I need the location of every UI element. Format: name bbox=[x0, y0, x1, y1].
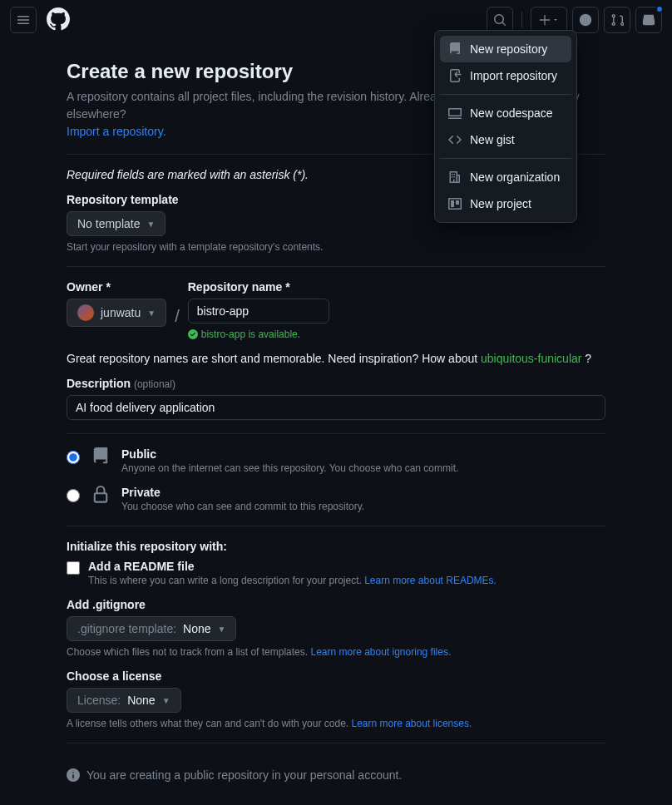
pull-requests-button[interactable] bbox=[604, 7, 630, 33]
info-icon bbox=[67, 768, 80, 782]
caret-down-icon: ▼ bbox=[146, 220, 155, 229]
description-label: Description (optional) bbox=[67, 377, 605, 390]
owner-select[interactable]: junwatu ▼ bbox=[67, 299, 166, 327]
visibility-private-row[interactable]: Private You choose who can see and commi… bbox=[67, 486, 605, 512]
hamburger-icon bbox=[17, 13, 30, 27]
inbox-icon bbox=[642, 13, 655, 27]
repo-icon bbox=[91, 447, 110, 468]
inspiration-text: Great repository names are short and mem… bbox=[67, 352, 605, 365]
caret-down-icon: ▼ bbox=[218, 625, 226, 634]
menu-item-label: New codespace bbox=[470, 106, 553, 120]
caret-down-icon: ▼ bbox=[162, 696, 170, 705]
visibility-public-row[interactable]: Public Anyone on the internet can see th… bbox=[67, 447, 605, 474]
readme-checkbox[interactable] bbox=[67, 561, 80, 575]
pull-request-icon bbox=[610, 13, 624, 27]
menu-item-label: New project bbox=[470, 197, 531, 210]
public-title: Public bbox=[121, 447, 458, 461]
lock-icon bbox=[91, 486, 110, 506]
name-suggestion[interactable]: ubiquitous-funicular bbox=[481, 352, 581, 365]
add-dropdown-menu: New repository Import repository New cod… bbox=[434, 30, 577, 223]
issues-button[interactable] bbox=[572, 7, 599, 33]
caret-down-icon bbox=[552, 17, 559, 23]
menu-item-label: New repository bbox=[470, 42, 547, 56]
readme-row[interactable]: Add a README file This is where you can … bbox=[67, 560, 605, 586]
private-title: Private bbox=[121, 486, 364, 499]
project-icon bbox=[448, 197, 462, 210]
menu-import-repository[interactable]: Import repository bbox=[440, 62, 571, 89]
repo-name-label: Repository name * bbox=[188, 280, 329, 294]
menu-separator bbox=[440, 94, 571, 95]
template-hint: Start your repository with a template re… bbox=[67, 241, 605, 253]
repo-name-input[interactable] bbox=[188, 299, 329, 323]
notification-dot bbox=[655, 5, 664, 13]
private-desc: You choose who can see and commit to thi… bbox=[121, 501, 364, 512]
import-icon bbox=[448, 69, 462, 82]
public-desc: Anyone on the internet can see this repo… bbox=[121, 462, 458, 474]
readme-hint: This is where you can write a long descr… bbox=[88, 575, 497, 586]
record-icon bbox=[579, 13, 592, 27]
gitignore-learn-link[interactable]: Learn more about ignoring files. bbox=[310, 646, 451, 658]
check-circle-icon bbox=[188, 329, 198, 339]
menu-item-label: Import repository bbox=[470, 69, 557, 82]
license-hint: A license tells others what they can and… bbox=[67, 718, 605, 729]
license-learn-link[interactable]: Learn more about licenses. bbox=[352, 718, 472, 729]
notifications-wrap bbox=[635, 7, 662, 33]
org-icon bbox=[448, 170, 462, 184]
readme-label: Add a README file bbox=[88, 560, 497, 573]
description-input[interactable] bbox=[67, 395, 605, 420]
hamburger-button[interactable] bbox=[10, 7, 37, 33]
menu-new-project[interactable]: New project bbox=[440, 190, 571, 217]
readme-learn-link[interactable]: Learn more about READMEs. bbox=[364, 575, 497, 586]
codespace-icon bbox=[448, 106, 462, 120]
gitignore-label: Add .gitignore bbox=[67, 598, 605, 611]
owner-label: Owner * bbox=[67, 280, 166, 294]
svg-point-1 bbox=[584, 18, 587, 22]
github-logo[interactable] bbox=[47, 7, 70, 33]
menu-new-organization[interactable]: New organization bbox=[440, 164, 571, 190]
init-title: Initialize this repository with: bbox=[67, 540, 605, 553]
search-icon bbox=[493, 13, 506, 27]
license-label: Choose a license bbox=[67, 669, 605, 683]
private-radio[interactable] bbox=[67, 489, 80, 502]
import-repository-link[interactable]: Import a repository. bbox=[67, 125, 166, 138]
info-banner: You are creating a public repository in … bbox=[67, 757, 605, 793]
gitignore-hint: Choose which files not to track from a l… bbox=[67, 646, 605, 658]
gitignore-select[interactable]: .gitignore template: None ▼ bbox=[67, 616, 236, 641]
plus-icon bbox=[539, 14, 551, 26]
menu-new-codespace[interactable]: New codespace bbox=[440, 100, 571, 126]
avatar bbox=[77, 304, 94, 321]
divider bbox=[521, 12, 522, 28]
slash-separator: / bbox=[175, 307, 180, 326]
gist-icon bbox=[448, 133, 462, 146]
menu-separator bbox=[440, 158, 571, 159]
caret-down-icon: ▼ bbox=[147, 309, 156, 318]
repo-icon bbox=[448, 42, 462, 56]
license-select[interactable]: License: None ▼ bbox=[67, 688, 181, 713]
menu-item-label: New organization bbox=[470, 170, 560, 184]
menu-new-repository[interactable]: New repository bbox=[440, 36, 571, 62]
public-radio[interactable] bbox=[67, 451, 80, 464]
availability-status: bistro-app is available. bbox=[188, 328, 329, 340]
menu-new-gist[interactable]: New gist bbox=[440, 126, 571, 153]
template-select[interactable]: No template ▼ bbox=[67, 211, 166, 236]
github-icon bbox=[47, 7, 70, 31]
menu-item-label: New gist bbox=[470, 133, 515, 146]
